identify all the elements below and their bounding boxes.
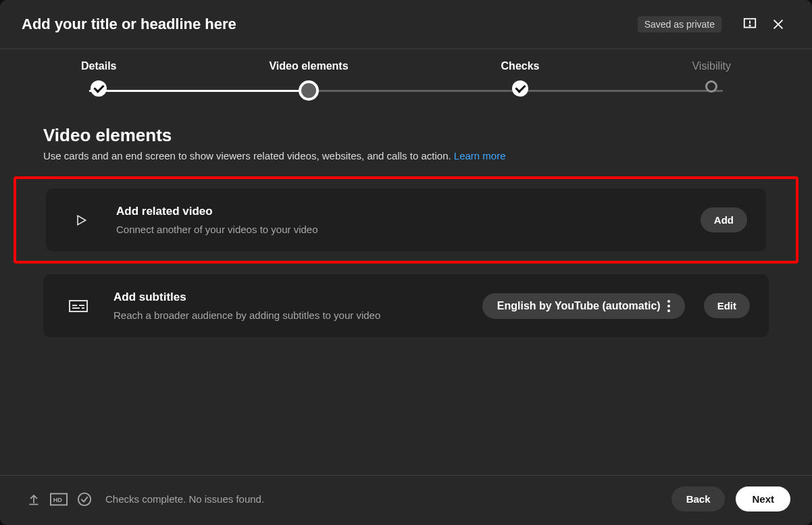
card-subtitles: Add subtitles Reach a broader audience b… xyxy=(43,274,769,337)
step-label: Video elements xyxy=(269,60,348,72)
step-details[interactable]: Details xyxy=(81,60,116,101)
step-label: Visibility xyxy=(692,60,731,72)
stepper-track xyxy=(89,90,723,92)
save-status-badge: Saved as private xyxy=(638,16,721,32)
step-visibility[interactable]: Visibility xyxy=(692,60,731,101)
upload-dialog: Add your title or headline here Saved as… xyxy=(0,0,812,525)
card-description: Connect another of your videos to your v… xyxy=(116,224,682,235)
video-title: Add your title or headline here xyxy=(22,16,638,33)
section-title: Video elements xyxy=(43,125,769,146)
card-description: Reach a broader audience by adding subti… xyxy=(113,309,463,321)
step-dot-done-icon xyxy=(91,80,107,97)
dialog-header: Add your title or headline here Saved as… xyxy=(0,0,812,49)
card-text: Add related video Connect another of you… xyxy=(116,205,682,235)
step-label: Checks xyxy=(501,60,540,72)
step-label: Details xyxy=(81,60,116,72)
dialog-footer: HD Checks complete. No issues found. Bac… xyxy=(0,475,812,525)
step-dot-current-icon xyxy=(299,80,319,101)
upload-complete-icon xyxy=(27,493,41,506)
stepper: Details Video elements Checks Visibility xyxy=(0,49,812,120)
card-title: Add subtitles xyxy=(113,291,463,304)
add-related-button[interactable]: Add xyxy=(701,207,747,232)
footer-status-icons: HD xyxy=(27,492,92,507)
section-description: Use cards and an end screen to show view… xyxy=(43,150,769,161)
next-button[interactable]: Next xyxy=(736,486,790,511)
dialog-body: Video elements Use cards and an end scre… xyxy=(0,120,812,475)
stepper-progress xyxy=(89,90,299,92)
svg-text:HD: HD xyxy=(53,496,63,503)
hd-icon: HD xyxy=(50,493,68,506)
play-icon xyxy=(65,213,97,228)
svg-point-15 xyxy=(78,493,91,505)
subtitle-language-button[interactable]: English by YouTube (automatic) xyxy=(482,293,685,319)
svg-marker-5 xyxy=(78,216,86,224)
card-related-video: Add related video Connect another of you… xyxy=(46,189,766,251)
back-button[interactable]: Back xyxy=(671,486,726,511)
footer-status-text: Checks complete. No issues found. xyxy=(105,493,661,505)
svg-rect-6 xyxy=(70,301,87,311)
subtitles-icon xyxy=(62,299,95,314)
feedback-icon[interactable] xyxy=(738,12,762,36)
card-text: Add subtitles Reach a broader audience b… xyxy=(113,291,463,321)
svg-point-2 xyxy=(749,25,750,26)
edit-subtitles-button[interactable]: Edit xyxy=(704,293,750,318)
learn-more-link[interactable]: Learn more xyxy=(454,150,506,161)
step-dot-done-icon xyxy=(512,80,528,97)
card-title: Add related video xyxy=(116,205,682,218)
more-vert-icon xyxy=(667,300,670,312)
step-video-elements[interactable]: Video elements xyxy=(269,60,348,101)
close-icon[interactable] xyxy=(766,12,790,36)
step-dot-future-icon xyxy=(705,80,717,93)
step-checks[interactable]: Checks xyxy=(501,60,540,101)
subtitle-language-label: English by YouTube (automatic) xyxy=(497,300,661,312)
section-description-text: Use cards and an end screen to show view… xyxy=(43,150,451,161)
check-circle-icon xyxy=(77,492,92,507)
highlighted-region: Add related video Connect another of you… xyxy=(14,176,798,264)
